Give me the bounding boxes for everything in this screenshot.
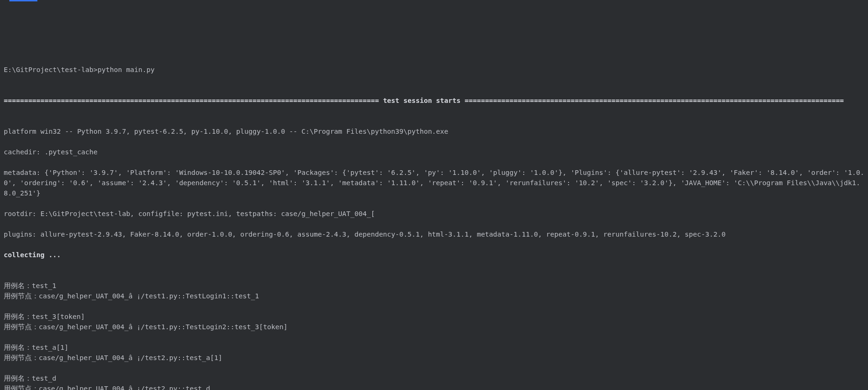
case-name-line: 用例名：test_3[token] — [4, 311, 864, 322]
case-node-value: case/g_helper_UAT_004_â ¡/test1.py::Test… — [39, 292, 259, 300]
case-node-value: case/g_helper_UAT_004_â ¡/test2.py::test… — [39, 354, 222, 361]
case-name-value: test_3[token] — [32, 313, 85, 320]
blank-line — [4, 363, 864, 373]
case-node-label: 用例节点： — [4, 292, 39, 300]
case-node-value: case/g_helper_UAT_004_â ¡/test2.py::test… — [39, 385, 210, 390]
case-node-line: 用例节点：case/g_helper_UAT_004_â ¡/test1.py:… — [4, 322, 864, 332]
cachedir-line: cachedir: .pytest_cache — [4, 147, 864, 157]
case-name-value: test_1 — [32, 282, 56, 289]
case-name-line: 用例名：test_d — [4, 373, 864, 383]
blank-line — [4, 332, 864, 342]
case-name-value: test_d — [32, 375, 56, 382]
banner-right: ========================================… — [461, 97, 844, 104]
case-node-label: 用例节点： — [4, 354, 39, 361]
case-name-value: test_a[1] — [32, 344, 69, 351]
case-node-line: 用例节点：case/g_helper_UAT_004_â ¡/test1.py:… — [4, 291, 864, 301]
case-name-line: 用例名：test_a[1] — [4, 342, 864, 353]
banner-title: test session starts — [383, 97, 461, 104]
active-tab-indicator — [9, 0, 37, 1]
case-node-line: 用例节点：case/g_helper_UAT_004_â ¡/test2.py:… — [4, 353, 864, 363]
plugins-line: plugins: allure-pytest-2.9.43, Faker-8.1… — [4, 229, 864, 239]
session-banner: ========================================… — [4, 95, 864, 106]
case-name-label: 用例名： — [4, 375, 32, 382]
case-name-label: 用例名： — [4, 282, 32, 289]
case-name-label: 用例名： — [4, 313, 32, 320]
blank-line — [4, 301, 864, 311]
test-cases-block: 用例名：test_1用例节点：case/g_helper_UAT_004_â ¡… — [4, 281, 864, 390]
platform-line: platform win32 -- Python 3.9.7, pytest-6… — [4, 126, 864, 137]
case-node-label: 用例节点： — [4, 323, 39, 331]
case-node-label: 用例节点： — [4, 385, 39, 390]
rootdir-line: rootdir: E:\GitProject\test-lab, configf… — [4, 209, 864, 219]
collecting-line: collecting ... — [4, 250, 864, 260]
case-name-label: 用例名： — [4, 344, 32, 351]
case-node-value: case/g_helper_UAT_004_â ¡/test1.py::Test… — [39, 323, 288, 331]
case-node-line: 用例节点：case/g_helper_UAT_004_â ¡/test2.py:… — [4, 383, 864, 390]
metadata-line: metadata: {'Python': '3.9.7', 'Platform'… — [4, 167, 864, 198]
case-name-line: 用例名：test_1 — [4, 281, 864, 291]
banner-left: ========================================… — [4, 97, 383, 104]
command-prompt-line: E:\GitProject\test-lab>python main.py — [4, 65, 864, 75]
